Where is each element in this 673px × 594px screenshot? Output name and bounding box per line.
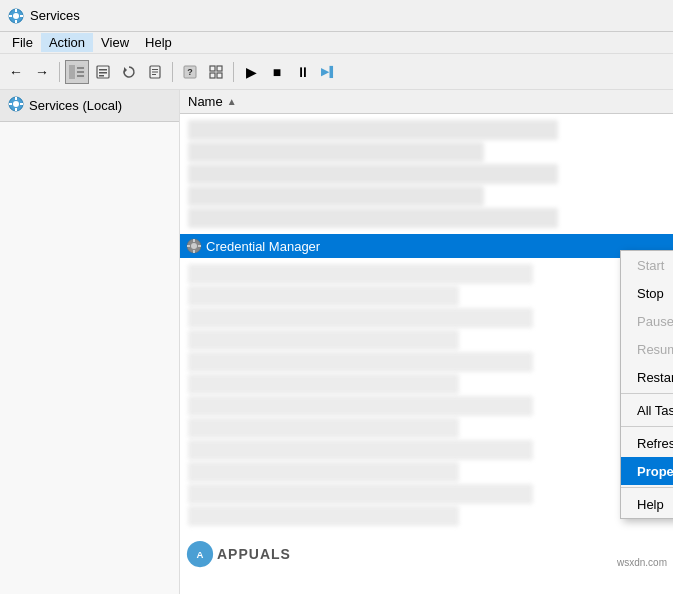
svg-rect-37 [198, 245, 201, 247]
context-menu: Start Stop Pause Resume Restart All Task… [620, 250, 673, 519]
blurred-row [188, 462, 459, 482]
blurred-row [188, 308, 533, 328]
start-service-button[interactable]: ▶ [239, 60, 263, 84]
svg-text:A: A [197, 549, 204, 560]
forward-button[interactable]: → [30, 60, 54, 84]
selected-service-row[interactable]: Credential Manager [180, 234, 673, 258]
blurred-rows-above [180, 114, 673, 234]
blurred-rows-below [180, 258, 673, 532]
blurred-row [188, 186, 484, 206]
svg-rect-25 [217, 73, 222, 78]
svg-rect-10 [77, 75, 84, 77]
left-panel-header: Services (Local) [0, 90, 179, 122]
svg-text:?: ? [187, 67, 193, 77]
menu-view[interactable]: View [93, 33, 137, 52]
svg-rect-36 [187, 245, 190, 247]
context-menu-resume[interactable]: Resume [621, 335, 673, 363]
svg-rect-2 [15, 9, 17, 12]
svg-point-27 [13, 101, 19, 107]
resume-service-button[interactable]: ▶▌ [317, 60, 341, 84]
context-menu-stop[interactable]: Stop [621, 279, 673, 307]
svg-rect-23 [217, 66, 222, 71]
context-menu-help[interactable]: Help [621, 490, 673, 518]
svg-rect-4 [9, 15, 12, 17]
menu-help[interactable]: Help [137, 33, 180, 52]
svg-rect-14 [99, 75, 104, 77]
context-menu-sep-3 [621, 487, 673, 488]
svg-point-1 [13, 13, 19, 19]
blurred-row [188, 352, 533, 372]
svg-rect-12 [99, 69, 107, 71]
appuals-text: APPUALS [217, 546, 291, 562]
help-toolbar-button[interactable]: ? [178, 60, 202, 84]
svg-rect-5 [20, 15, 23, 17]
svg-rect-6 [69, 65, 75, 79]
svg-rect-29 [15, 108, 17, 111]
blurred-row [188, 418, 459, 438]
menu-bar: File Action View Help [0, 32, 673, 54]
blurred-row [188, 164, 558, 184]
svg-rect-17 [152, 69, 158, 70]
context-menu-start[interactable]: Start [621, 251, 673, 279]
left-panel: Services (Local) [0, 90, 180, 594]
svg-marker-15 [124, 67, 127, 73]
toolbar-sep-3 [233, 62, 234, 82]
toolbar-sep-2 [172, 62, 173, 82]
svg-rect-22 [210, 66, 215, 71]
svg-rect-35 [193, 250, 195, 253]
blurred-row [188, 142, 484, 162]
sort-arrow: ▲ [227, 96, 237, 107]
name-column-header: Name [188, 94, 223, 109]
blurred-row [188, 208, 558, 228]
svg-rect-19 [152, 74, 156, 75]
toolbar-sep-1 [59, 62, 60, 82]
blurred-row [188, 440, 533, 460]
back-button[interactable]: ← [4, 60, 28, 84]
refresh-toolbar-button[interactable] [117, 60, 141, 84]
menu-action[interactable]: Action [41, 33, 93, 52]
context-menu-pause[interactable]: Pause [621, 307, 673, 335]
title-bar: Services [0, 0, 673, 32]
context-menu-all-tasks[interactable]: All Tasks › [621, 396, 673, 424]
blurred-row [188, 396, 533, 416]
console-tree-button[interactable] [65, 60, 89, 84]
context-menu-restart[interactable]: Restart [621, 363, 673, 391]
blurred-row [188, 286, 459, 306]
blurred-row [188, 506, 459, 526]
left-panel-title: Services (Local) [29, 98, 122, 113]
main-layout: Services (Local) Name ▲ [0, 90, 673, 594]
context-menu-sep-1 [621, 393, 673, 394]
svg-rect-13 [99, 72, 107, 74]
properties-toolbar-button[interactable] [91, 60, 115, 84]
svg-rect-18 [152, 71, 158, 72]
column-header: Name ▲ [180, 90, 673, 114]
context-menu-refresh[interactable]: Refresh [621, 429, 673, 457]
menu-file[interactable]: File [4, 33, 41, 52]
appuals-logo: A APPUALS [186, 540, 291, 568]
title-bar-icon [8, 8, 24, 24]
blurred-row [188, 264, 533, 284]
svg-rect-24 [210, 73, 215, 78]
blurred-row [188, 120, 558, 140]
credential-manager-icon [186, 238, 202, 254]
pause-service-button[interactable]: ⏸ [291, 60, 315, 84]
svg-rect-30 [9, 103, 12, 105]
svg-point-33 [191, 243, 197, 249]
context-menu-sep-2 [621, 426, 673, 427]
toolbar: ← → ? ▶ ■ ⏸ ▶▌ [0, 54, 673, 90]
svg-rect-31 [20, 103, 23, 105]
blurred-row [188, 484, 533, 504]
title-bar-text: Services [30, 8, 80, 23]
svg-rect-34 [193, 239, 195, 242]
svg-rect-8 [77, 67, 84, 69]
services-local-icon [8, 96, 24, 115]
export-button[interactable] [143, 60, 167, 84]
view-large-button[interactable] [204, 60, 228, 84]
stop-service-button[interactable]: ■ [265, 60, 289, 84]
svg-rect-3 [15, 20, 17, 23]
svg-rect-9 [77, 71, 84, 73]
blurred-row [188, 374, 459, 394]
credential-manager-label: Credential Manager [206, 239, 320, 254]
context-menu-properties[interactable]: Properties [621, 457, 673, 485]
watermark: wsxdn.com [617, 557, 667, 568]
